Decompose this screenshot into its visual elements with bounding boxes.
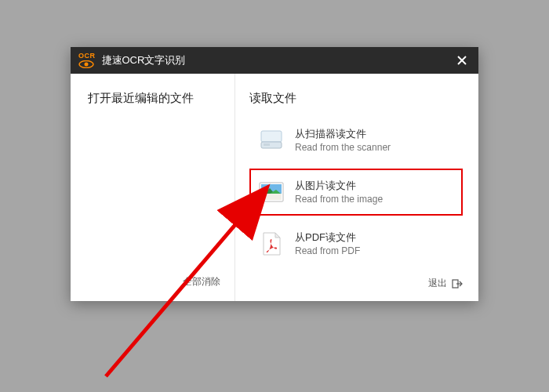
- ocr-badge-text: OCR: [78, 53, 96, 60]
- svg-rect-4: [261, 131, 282, 142]
- window-title: 捷速OCR文字识别: [102, 53, 454, 67]
- app-icon: OCR: [78, 53, 96, 68]
- exit-icon: [452, 279, 463, 289]
- option-pdf[interactable]: 从PDF读文件 Read from PDF: [249, 220, 463, 267]
- option-scanner[interactable]: 从扫描器读文件 Read from the scanner: [249, 117, 463, 164]
- close-button[interactable]: [453, 55, 471, 66]
- right-pane: 读取文件 从扫描器读文件 Read from the scanner: [235, 74, 478, 301]
- option-image-en: Read from the image: [295, 193, 383, 206]
- option-pdf-zh: 从PDF读文件: [295, 230, 360, 245]
- eye-icon: [78, 60, 94, 68]
- recent-files-heading: 打开最近编辑的文件: [88, 91, 220, 106]
- option-image-zh: 从图片读文件: [295, 179, 383, 193]
- exit-label: 退出: [428, 277, 447, 290]
- close-icon: [456, 55, 467, 66]
- pdf-icon: [257, 230, 285, 258]
- option-image[interactable]: 从图片读文件 Read from the image: [249, 169, 463, 216]
- option-scanner-zh: 从扫描器读文件: [295, 127, 391, 141]
- svg-rect-11: [261, 194, 282, 200]
- titlebar: OCR 捷速OCR文字识别: [71, 47, 478, 74]
- dialog: OCR 捷速OCR文字识别 打开最近编辑的文件 全部消除 读取文件: [71, 47, 478, 301]
- svg-rect-6: [264, 143, 270, 146]
- clear-all-button[interactable]: 全部消除: [183, 272, 220, 292]
- exit-button[interactable]: 退出: [249, 275, 463, 292]
- left-pane: 打开最近编辑的文件 全部消除: [71, 74, 235, 301]
- option-pdf-en: Read from PDF: [295, 245, 360, 258]
- scanner-icon: [257, 126, 285, 154]
- option-scanner-en: Read from the scanner: [295, 141, 391, 154]
- image-icon: [257, 178, 285, 206]
- svg-point-1: [85, 63, 89, 67]
- read-file-heading: 读取文件: [249, 91, 463, 106]
- dialog-content: 打开最近编辑的文件 全部消除 读取文件 从扫描器读文件 Read from th…: [71, 74, 478, 301]
